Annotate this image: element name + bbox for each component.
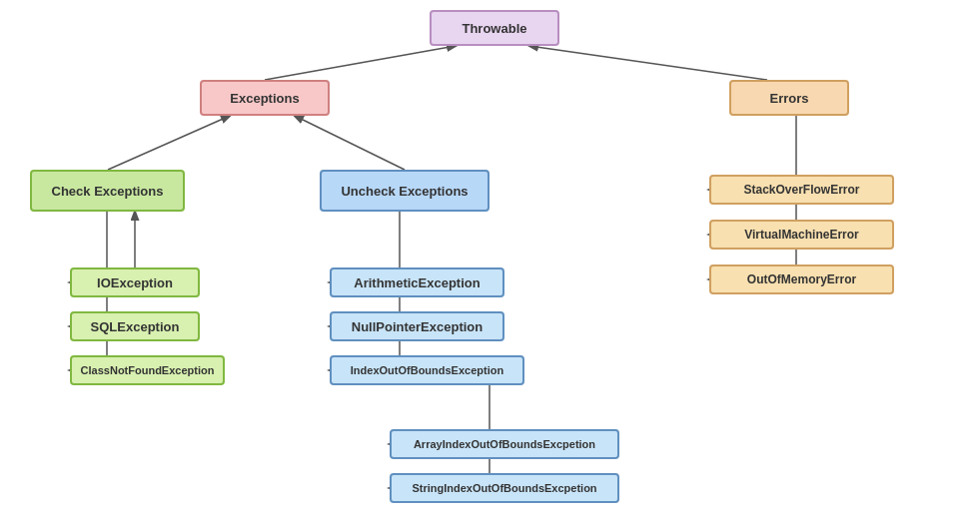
indexoutofbounds-node: IndexOutOfBoundsException: [330, 355, 524, 385]
uncheck-exceptions-node: Uncheck Exceptions: [320, 170, 490, 212]
svg-line-1: [529, 46, 767, 80]
virtualmachine-node: VirtualMachineError: [709, 220, 894, 250]
outofmemory-node: OutOfMemoryError: [709, 264, 894, 294]
check-exceptions-node: Check Exceptions: [30, 170, 185, 212]
svg-line-0: [265, 46, 456, 80]
stackoverflow-node: StackOverFlowError: [709, 175, 894, 205]
errors-node: Errors: [729, 80, 849, 116]
classnotfound-node: ClassNotFoundException: [70, 355, 225, 385]
exceptions-node: Exceptions: [200, 80, 330, 116]
nullpointer-node: NullPointerException: [330, 311, 504, 341]
arithmetic-node: ArithmeticException: [330, 267, 504, 297]
sqlexception-node: SQLException: [70, 311, 200, 341]
svg-line-3: [295, 116, 405, 170]
stringindex-node: StringIndexOutOfBoundsExcpetion: [390, 473, 619, 503]
arrayindex-node: ArrayIndexOutOfBoundsExcpetion: [390, 429, 619, 459]
ioexception-node: IOException: [70, 267, 200, 297]
svg-line-2: [108, 116, 230, 170]
throwable-node: Throwable: [430, 10, 559, 46]
